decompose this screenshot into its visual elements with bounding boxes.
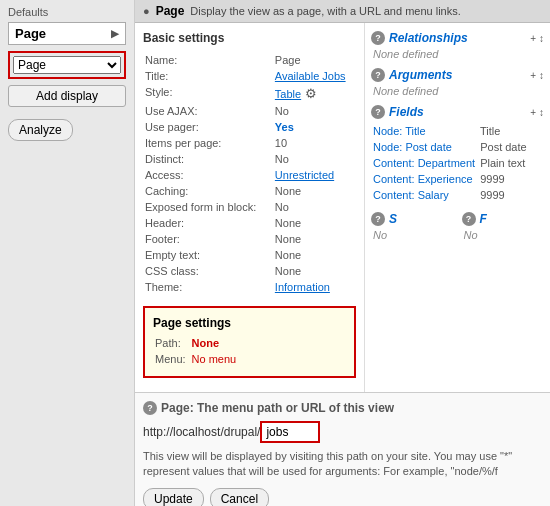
gear-icon[interactable]: ⚙ (305, 86, 317, 101)
caching-label: Caching: (145, 184, 273, 198)
update-button[interactable]: Update (143, 488, 204, 506)
page-settings-table: Path: None Menu: No menu (153, 334, 238, 368)
arguments-add[interactable]: + (530, 70, 536, 81)
bottom-title-text: Page: The menu path or URL of this view (161, 401, 394, 415)
url-prefix: http://localhost/drupal/ (143, 425, 260, 439)
url-row: http://localhost/drupal/ (143, 421, 542, 443)
page-header-label: Page (15, 26, 46, 41)
arguments-none: None defined (371, 85, 544, 97)
fields-header: ? Fields + ↕ (371, 105, 544, 119)
arguments-header: ? Arguments + ↕ (371, 68, 544, 82)
table-row: Style: Table ⚙ (145, 85, 354, 102)
theme-value[interactable]: Information (275, 280, 354, 294)
bottom-title: ? Page: The menu path or URL of this vie… (143, 401, 542, 415)
arguments-icon: ? (371, 68, 385, 82)
css-label: CSS class: (145, 264, 273, 278)
sidebar: Defaults Page ▶ Page Add display Analyze (0, 0, 135, 506)
relationships-controls: + ↕ (530, 33, 544, 44)
path-value[interactable]: None (192, 336, 237, 350)
items-value: 10 (275, 136, 354, 150)
url-input[interactable] (260, 421, 320, 443)
analyze-button[interactable]: Analyze (8, 119, 73, 141)
sort-header: ? S (371, 212, 454, 226)
arguments-section: ? Arguments + ↕ None defined (371, 68, 544, 97)
arguments-sort[interactable]: ↕ (539, 70, 544, 81)
display-select[interactable]: Page (13, 56, 121, 74)
filter-header: ? F (462, 212, 545, 226)
pager-value: Yes (275, 120, 354, 134)
list-item: Content: Department Plain text (373, 156, 527, 170)
empty-label: Empty text: (145, 248, 273, 262)
relationships-title: Relationships (389, 31, 468, 45)
table-row: Path: None (155, 336, 236, 350)
header-value: None (275, 216, 354, 230)
table-row: Header: None (145, 216, 354, 230)
name-label: Name: (145, 53, 273, 67)
path-label: Path: (155, 336, 190, 350)
access-label: Access: (145, 168, 273, 182)
arrow-icon: ▶ (111, 28, 119, 39)
fields-list: Node: Title Title Node: Post date Post d… (371, 122, 529, 204)
table-row: Footer: None (145, 232, 354, 246)
cancel-button[interactable]: Cancel (210, 488, 269, 506)
fields-section: ? Fields + ↕ Node: Title Title (371, 105, 544, 204)
right-column: ? Relationships + ↕ None defined ? Argum… (365, 23, 550, 392)
title-value[interactable]: Available Jobs (275, 69, 354, 83)
title-label: Title: (145, 69, 273, 83)
field-link[interactable]: Content: Experience (373, 172, 475, 186)
style-label: Style: (145, 85, 273, 102)
header-label: Header: (145, 216, 273, 230)
items-label: Items per page: (145, 136, 273, 150)
bottom-section: ? Page: The menu path or URL of this vie… (135, 392, 550, 506)
list-item: Node: Title Title (373, 124, 527, 138)
caching-value: None (275, 184, 354, 198)
ajax-value: No (275, 104, 354, 118)
table-row: Title: Available Jobs (145, 69, 354, 83)
table-row: Exposed form in block: No (145, 200, 354, 214)
fields-sort[interactable]: ↕ (539, 107, 544, 118)
main-content: ● Page Display the view as a page, with … (135, 0, 550, 506)
table-row: Theme: Information (145, 280, 354, 294)
table-row: Empty text: None (145, 248, 354, 262)
sort-icon: ? (371, 212, 385, 226)
sort-title: S (389, 212, 397, 226)
sort-section: ? S No (371, 212, 454, 241)
add-display-button[interactable]: Add display (8, 85, 126, 107)
style-value[interactable]: Table (275, 88, 301, 100)
relationships-sort[interactable]: ↕ (539, 33, 544, 44)
distinct-label: Distinct: (145, 152, 273, 166)
expform-value: No (275, 200, 354, 214)
menu-label: Menu: (155, 352, 190, 366)
main-column: Basic settings Name: Page Title: Availab… (135, 23, 365, 392)
select-wrap: Page (8, 51, 126, 79)
table-row: Name: Page (145, 53, 354, 67)
field-val: 9999 (477, 172, 527, 186)
footer-value: None (275, 232, 354, 246)
sort-none: No (371, 229, 454, 241)
sort-filter-row: ? S No ? F No (371, 212, 544, 249)
field-val: Plain text (477, 156, 527, 170)
relationships-add[interactable]: + (530, 33, 536, 44)
footer-label: Footer: (145, 232, 273, 246)
field-link[interactable]: Node: Title (373, 124, 475, 138)
arguments-controls: + ↕ (530, 70, 544, 81)
table-row: Distinct: No (145, 152, 354, 166)
topbar-description: Display the view as a page, with a URL a… (190, 5, 460, 17)
field-link[interactable]: Content: Salary (373, 188, 475, 202)
filter-icon: ? (462, 212, 476, 226)
table-row: Use pager: Yes (145, 120, 354, 134)
pager-label: Use pager: (145, 120, 273, 134)
page-icon: ● (143, 5, 150, 17)
theme-label: Theme: (145, 280, 273, 294)
relationships-section: ? Relationships + ↕ None defined (371, 31, 544, 60)
bottom-description: This view will be displayed by visiting … (143, 449, 542, 480)
list-item: Content: Salary 9999 (373, 188, 527, 202)
basic-settings-title: Basic settings (143, 31, 356, 45)
fields-add[interactable]: + (530, 107, 536, 118)
css-value: None (275, 264, 354, 278)
field-link[interactable]: Node: Post date (373, 140, 475, 154)
field-link[interactable]: Content: Department (373, 156, 475, 170)
button-row: Update Cancel (143, 488, 542, 506)
access-value[interactable]: Unrestricted (275, 168, 354, 182)
menu-value[interactable]: No menu (192, 352, 237, 366)
